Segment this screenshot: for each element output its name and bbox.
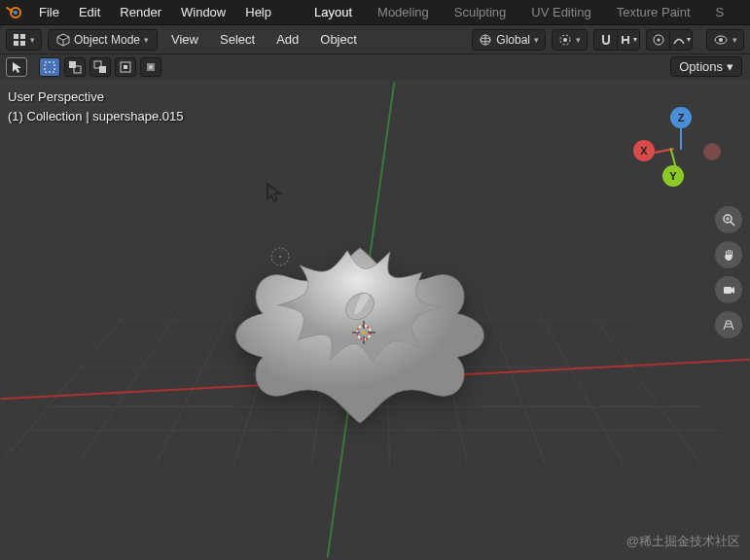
3d-viewport[interactable]: User Perspective (1) Collection | supers… (0, 80, 750, 560)
cursor-icon (10, 60, 23, 74)
svg-rect-22 (99, 66, 106, 73)
camera-view-button[interactable] (715, 276, 742, 303)
supershape-mesh[interactable] (185, 170, 535, 466)
chevron-down-icon: ▾ (732, 35, 737, 45)
cursor-tool[interactable] (6, 57, 27, 77)
chevron-down-icon: ▾ (727, 59, 733, 74)
mode-label: Object Mode (74, 33, 140, 47)
chevron-down-icon: ▾ (144, 35, 149, 45)
svg-line-36 (731, 222, 734, 226)
tab-layout[interactable]: Layout (310, 2, 356, 22)
watermark-text: @稀土掘金技术社区 (626, 533, 740, 550)
menu-select[interactable]: Select (212, 32, 263, 47)
svg-point-17 (719, 38, 723, 42)
options-dropdown[interactable]: Options ▾ (670, 56, 742, 77)
chevron-down-icon: ▾ (576, 35, 581, 45)
hand-icon (722, 248, 735, 262)
tab-texture-paint[interactable]: Texture Paint (613, 2, 695, 22)
select-extend-tool[interactable] (64, 57, 86, 77)
chevron-down-icon: ▾ (633, 35, 637, 44)
mode-dropdown[interactable]: Object Mode ▾ (48, 29, 158, 51)
zoom-button[interactable] (715, 206, 742, 233)
pivot-icon (558, 33, 572, 47)
svg-point-15 (657, 38, 660, 41)
magnify-icon (722, 213, 735, 227)
chevron-down-icon: ▾ (687, 35, 691, 44)
object-collection-label: (1) Collection | supershape.015 (8, 107, 183, 126)
svg-rect-19 (69, 61, 76, 68)
svg-rect-3 (20, 34, 25, 39)
svg-rect-12 (622, 36, 624, 44)
navigation-gizmo[interactable]: X Y Z (633, 99, 721, 187)
top-menu-bar: File Edit Render Window Help Layout Mode… (0, 0, 750, 25)
proportional-group: ▾ (646, 29, 693, 51)
proportional-falloff-dropdown[interactable]: ▾ (669, 29, 693, 51)
svg-rect-13 (627, 36, 629, 44)
pivot-point-dropdown[interactable]: ▾ (552, 29, 588, 51)
empty-sphere-icon (268, 245, 292, 268)
camera-icon (722, 283, 735, 297)
gizmo-x-axis[interactable]: X (633, 140, 655, 161)
grid-persp-icon (722, 318, 735, 332)
increment-icon (620, 34, 631, 46)
viewport-side-buttons (715, 206, 742, 338)
box-select-icon (43, 60, 56, 74)
tab-modeling[interactable]: Modeling (374, 2, 433, 22)
menu-file[interactable]: File (29, 2, 69, 22)
menu-render[interactable]: Render (110, 2, 171, 22)
options-label: Options (679, 59, 723, 74)
transform-orientation-dropdown[interactable]: Global ▾ (472, 29, 546, 51)
menu-object[interactable]: Object (312, 32, 365, 47)
svg-rect-4 (14, 41, 18, 46)
gizmo-z-axis[interactable]: Z (670, 107, 692, 128)
globe-icon (479, 33, 492, 47)
tab-sculpting[interactable]: Sculpting (450, 2, 510, 22)
eye-icon (713, 33, 729, 47)
select-subtract-tool[interactable] (89, 57, 111, 77)
select-box-tool[interactable] (39, 57, 60, 77)
tab-uv-editing[interactable]: UV Editing (527, 2, 594, 22)
magnet-icon (599, 33, 613, 47)
chevron-down-icon: ▾ (30, 35, 35, 45)
tab-truncated[interactable]: S (712, 2, 729, 22)
perspective-toggle-button[interactable] (715, 311, 742, 338)
svg-point-26 (149, 65, 153, 69)
svg-point-41 (279, 256, 281, 258)
menu-help[interactable]: Help (235, 2, 281, 22)
menu-add[interactable]: Add (268, 32, 306, 47)
invert-select-icon (119, 60, 132, 74)
svg-rect-2 (14, 34, 18, 39)
header-toolbar: ▾ Object Mode ▾ View Select Add Object G… (0, 25, 750, 54)
svg-rect-5 (20, 41, 25, 46)
editor-type-dropdown[interactable]: ▾ (6, 29, 42, 51)
extend-select-icon (68, 60, 82, 74)
proportional-edit-toggle[interactable] (646, 29, 669, 51)
circle-dot-icon (652, 33, 665, 47)
snap-type-dropdown[interactable]: ▾ (617, 29, 640, 51)
svg-point-9 (563, 38, 567, 42)
orientation-label: Global (496, 33, 530, 47)
gizmo-neg-axis[interactable] (703, 143, 721, 160)
menu-edit[interactable]: Edit (69, 2, 110, 22)
select-invert-tool[interactable] (115, 57, 136, 77)
select-intersect-tool[interactable] (140, 57, 161, 77)
visibility-dropdown[interactable]: ▾ (706, 29, 744, 51)
svg-rect-18 (45, 62, 54, 72)
svg-point-1 (14, 11, 18, 15)
workspace-tabs: Layout Modeling Sculpting UV Editing Tex… (310, 2, 728, 22)
svg-rect-39 (724, 287, 732, 294)
menu-view[interactable]: View (163, 32, 206, 47)
view-perspective-label: User Perspective (8, 88, 183, 107)
gizmo-y-axis[interactable]: Y (662, 165, 684, 187)
gizmo-y-line (669, 148, 676, 167)
subtract-select-icon (93, 60, 107, 74)
pan-button[interactable] (715, 241, 742, 268)
gizmo-z-line (680, 126, 682, 150)
chevron-down-icon: ▾ (534, 35, 539, 45)
falloff-icon (672, 33, 686, 47)
menu-window[interactable]: Window (171, 2, 235, 22)
snap-toggle[interactable] (593, 29, 617, 51)
cube-icon (56, 33, 70, 47)
grid-icon (13, 33, 26, 47)
blender-logo-icon[interactable] (4, 3, 23, 22)
